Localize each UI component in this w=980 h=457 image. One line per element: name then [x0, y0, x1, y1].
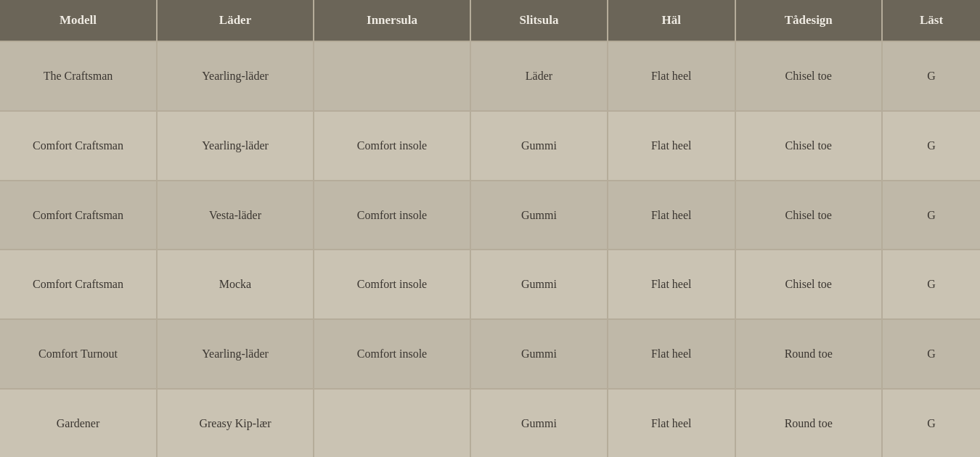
cell-last: G [882, 250, 980, 319]
cell-slitsula: Gummi [470, 181, 608, 250]
cell-hal: Flat heel [608, 111, 735, 181]
col-header-lader: Läder [157, 0, 314, 41]
cell-last: G [882, 111, 980, 181]
cell-last: G [882, 181, 980, 250]
table-wrapper: Modell Läder Innersula Slitsula Häl Tåde… [0, 0, 980, 457]
cell-slitsula: Gummi [470, 389, 608, 457]
cell-last: G [882, 41, 980, 111]
table-row: Comfort CraftsmanMockaComfort insoleGumm… [0, 250, 980, 319]
cell-modell: Comfort Craftsman [0, 250, 157, 319]
cell-hal: Flat heel [608, 319, 735, 389]
cell-modell: Comfort Craftsman [0, 111, 157, 181]
cell-hal: Flat heel [608, 181, 735, 250]
col-header-last: Läst [882, 0, 980, 41]
product-table: Modell Läder Innersula Slitsula Häl Tåde… [0, 0, 980, 457]
table-row: GardenerGreasy Kip-lærGummiFlat heelRoun… [0, 389, 980, 457]
cell-lader: Yearling-läder [157, 319, 314, 389]
cell-tadesign: Round toe [735, 319, 883, 389]
table-row: Comfort CraftsmanYearling-läderComfort i… [0, 111, 980, 181]
cell-slitsula: Läder [470, 41, 608, 111]
cell-tadesign: Chisel toe [735, 181, 883, 250]
cell-innersula: Comfort insole [314, 111, 470, 181]
header-row: Modell Läder Innersula Slitsula Häl Tåde… [0, 0, 980, 41]
cell-slitsula: Gummi [470, 250, 608, 319]
col-header-slitsula: Slitsula [470, 0, 608, 41]
col-header-modell: Modell [0, 0, 157, 41]
cell-innersula [314, 389, 470, 457]
cell-tadesign: Chisel toe [735, 111, 883, 181]
cell-last: G [882, 319, 980, 389]
table-row: Comfort TurnoutYearling-läderComfort ins… [0, 319, 980, 389]
cell-hal: Flat heel [608, 389, 735, 457]
col-header-hal: Häl [608, 0, 735, 41]
cell-last: G [882, 389, 980, 457]
cell-lader: Vesta-läder [157, 181, 314, 250]
col-header-innersula: Innersula [314, 0, 470, 41]
col-header-tadesign: Tådesign [735, 0, 883, 41]
cell-tadesign: Chisel toe [735, 250, 883, 319]
table-row: The CraftsmanYearling-läderLäderFlat hee… [0, 41, 980, 111]
cell-innersula [314, 41, 470, 111]
cell-modell: Comfort Craftsman [0, 181, 157, 250]
cell-tadesign: Chisel toe [735, 41, 883, 111]
cell-modell: Comfort Turnout [0, 319, 157, 389]
cell-hal: Flat heel [608, 41, 735, 111]
cell-modell: Gardener [0, 389, 157, 457]
cell-lader: Greasy Kip-lær [157, 389, 314, 457]
cell-slitsula: Gummi [470, 111, 608, 181]
cell-innersula: Comfort insole [314, 250, 470, 319]
cell-innersula: Comfort insole [314, 181, 470, 250]
cell-hal: Flat heel [608, 250, 735, 319]
cell-tadesign: Round toe [735, 389, 883, 457]
cell-lader: Mocka [157, 250, 314, 319]
cell-innersula: Comfort insole [314, 319, 470, 389]
cell-lader: Yearling-läder [157, 111, 314, 181]
table-row: Comfort CraftsmanVesta-läderComfort inso… [0, 181, 980, 250]
cell-slitsula: Gummi [470, 319, 608, 389]
cell-lader: Yearling-läder [157, 41, 314, 111]
cell-modell: The Craftsman [0, 41, 157, 111]
